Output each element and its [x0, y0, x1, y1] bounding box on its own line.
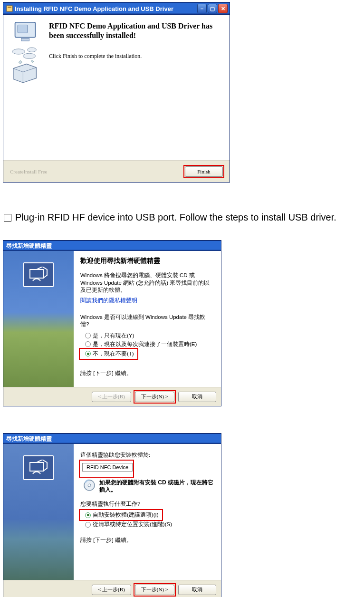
back-button: < 上一步(B)	[92, 392, 131, 402]
svg-rect-1	[8, 7, 11, 8]
installer-finished-dialog: Installing RFID NFC Demo Application and…	[3, 2, 230, 183]
close-button[interactable]: ✕	[218, 4, 228, 13]
dialog-body: 歡迎使用尋找新增硬體精靈 Windows 將會搜尋您的電腦、硬體安裝 CD 或 …	[3, 251, 221, 387]
svg-rect-0	[7, 6, 12, 11]
success-heading: RFID NFC Demo Application and USB Driver…	[49, 21, 221, 40]
window-title: 尋找新增硬體精靈	[6, 242, 219, 250]
svg-point-5	[12, 49, 25, 54]
cd-note-row: 如果您的硬體附有安裝 CD 或磁片，現在將它插入。	[83, 479, 213, 494]
radio-yes-now[interactable]: 是，只有現在(Y)	[85, 332, 213, 339]
cancel-button[interactable]: 取消	[178, 585, 216, 595]
privacy-link[interactable]: 閱讀我們的隱私權聲明	[80, 297, 137, 304]
wizard-question: Windows 是否可以連線到 Windows Update 尋找軟體?	[80, 314, 213, 328]
hardware-icon	[23, 455, 54, 480]
wizard-main: 這個精靈協助您安裝軟體於: RFID NFC Device 如果您的硬體附有安裝…	[74, 444, 221, 580]
svg-point-6	[23, 53, 35, 58]
illustration-panel	[9, 21, 43, 160]
radio-auto-install[interactable]: 自動安裝軟體(建議選項)(I)	[85, 511, 159, 519]
radio-label: 是，現在以及每次我連接了一個裝置時(E)	[93, 341, 197, 348]
highlight-device-name: RFID NFC Device	[80, 461, 133, 476]
checkbox-icon	[4, 214, 11, 221]
titlebar[interactable]: 尋找新增硬體精靈	[3, 433, 221, 444]
svg-rect-4	[21, 38, 29, 41]
cd-icon	[83, 479, 96, 491]
finish-button[interactable]: Finish	[185, 166, 223, 177]
window-title: 尋找新增硬體精靈	[6, 435, 219, 443]
wizard-question: 您要精靈執行什麼工作?	[80, 501, 213, 508]
dialog-footer: < 上一步(B) 下一步(N) > 取消	[3, 580, 221, 597]
radio-icon	[85, 351, 91, 356]
next-button[interactable]: 下一步(N) >	[135, 392, 174, 402]
cd-note-text: 如果您的硬體附有安裝 CD 或磁片，現在將它插入。	[99, 479, 213, 494]
wizard-sidebar	[3, 251, 74, 387]
highlight-next: 下一步(N) >	[135, 392, 174, 402]
radio-icon	[85, 333, 91, 338]
radio-icon	[85, 341, 91, 347]
svg-point-7	[28, 48, 37, 52]
radio-no[interactable]: 不，現在不要(T)	[85, 350, 134, 357]
cancel-button[interactable]: 取消	[178, 392, 216, 402]
createinstall-label: CreateInstall Free	[10, 169, 48, 174]
radio-manual-install[interactable]: 從清單或特定位置安裝(進階)(S)	[85, 521, 213, 528]
hardware-icon	[23, 262, 54, 287]
maximize-button[interactable]: ▢	[208, 4, 217, 13]
wizard-intro-text: Windows 將會搜尋您的電腦、硬體安裝 CD 或 Windows Updat…	[80, 272, 213, 294]
wizard-sidebar	[3, 444, 74, 580]
success-subtext: Click Finish to complete the installatio…	[49, 53, 221, 60]
dialog-footer: < 上一步(B) 下一步(N) > 取消	[3, 387, 221, 406]
radio-label: 不，現在不要(T)	[93, 350, 134, 357]
continue-hint: 請按 [下一步] 繼續。	[80, 370, 213, 377]
svg-rect-8	[30, 270, 43, 278]
dialog-footer: CreateInstall Free Finish	[3, 160, 230, 182]
wizard-intro-text: 這個精靈協助您安裝軟體於:	[80, 452, 213, 459]
wizard-heading: 歡迎使用尋找新增硬體精靈	[80, 257, 213, 265]
radio-label: 自動安裝軟體(建議選項)(I)	[93, 511, 159, 519]
instruction-text: Plug-in RFID HF device into USB port. Fo…	[15, 212, 336, 223]
highlight-option-auto: 自動安裝軟體(建議選項)(I)	[80, 510, 162, 520]
svg-rect-9	[30, 462, 43, 471]
highlight-option-no: 不，現在不要(T)	[80, 349, 137, 358]
next-button[interactable]: 下一步(N) >	[135, 585, 174, 595]
device-name-label: RFID NFC Device	[82, 463, 133, 472]
continue-hint: 請按 [下一步] 繼續。	[80, 537, 213, 544]
dialog-body: 這個精靈協助您安裝軟體於: RFID NFC Device 如果您的硬體附有安裝…	[3, 444, 221, 580]
hardware-wizard-welcome-dialog: 尋找新增硬體精靈 歡迎使用尋找新增硬體精靈 Windows 將會搜尋您的電腦、硬…	[3, 240, 221, 406]
dialog-body: RFID NFC Demo Application and USB Driver…	[3, 15, 230, 160]
radio-label: 從清單或特定位置安裝(進階)(S)	[93, 521, 172, 528]
radio-icon	[85, 522, 91, 528]
radio-label: 是，只有現在(Y)	[93, 332, 134, 339]
back-button[interactable]: < 上一步(B)	[92, 585, 131, 595]
titlebar[interactable]: Installing RFID NFC Demo Application and…	[3, 2, 230, 15]
minimize-button[interactable]: –	[197, 4, 207, 13]
highlight-next: 下一步(N) >	[135, 585, 174, 595]
titlebar[interactable]: 尋找新增硬體精靈	[3, 241, 221, 251]
wizard-main: 歡迎使用尋找新增硬體精靈 Windows 將會搜尋您的電腦、硬體安裝 CD 或 …	[74, 251, 221, 387]
install-illustration-icon	[9, 21, 42, 88]
highlight-finish: Finish	[185, 166, 223, 177]
svg-rect-3	[18, 25, 28, 33]
radio-icon	[85, 512, 91, 518]
radio-yes-always[interactable]: 是，現在以及每次我連接了一個裝置時(E)	[85, 341, 213, 348]
hardware-wizard-install-dialog: 尋找新增硬體精靈 這個精靈協助您安裝軟體於: RFID NFC Device	[3, 433, 221, 597]
instruction-row: Plug-in RFID HF device into USB port. Fo…	[4, 212, 364, 223]
app-icon	[6, 5, 13, 12]
svg-point-11	[88, 484, 91, 487]
window-title: Installing RFID NFC Demo Application and…	[15, 5, 195, 12]
